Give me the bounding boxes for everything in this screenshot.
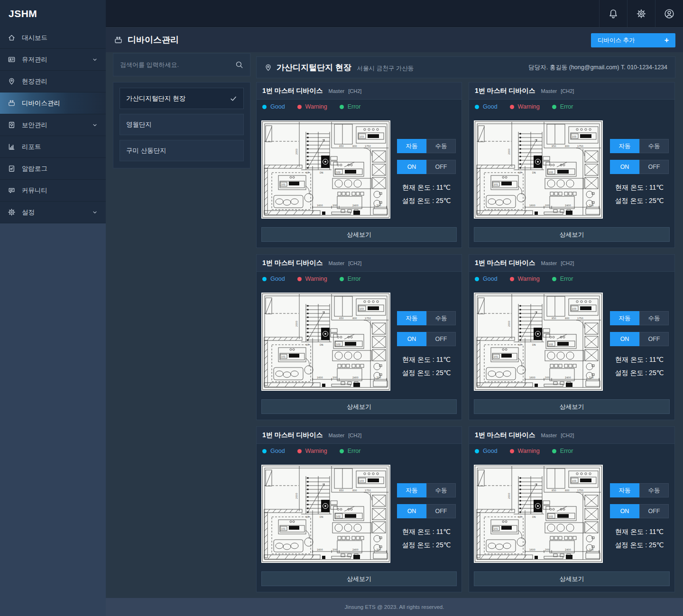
mode-toggle: 자동 수동 bbox=[397, 139, 456, 153]
mode-auto-button[interactable]: 자동 bbox=[397, 139, 426, 153]
power-off-button[interactable]: OFF bbox=[426, 160, 456, 174]
error-dot bbox=[340, 105, 344, 109]
device-channel: [CH2] bbox=[348, 432, 361, 438]
sidebar-item-6[interactable]: 알람로그 bbox=[0, 158, 106, 180]
notifications-button[interactable] bbox=[599, 0, 627, 27]
device-controls: 자동 수동 ON OFF 현재 온도 : 11℃ 설정 온도 : 25℃ bbox=[610, 483, 669, 552]
set-temperature: 설정 온도 : 25℃ bbox=[397, 194, 456, 207]
detail-button[interactable]: 상세보기 bbox=[261, 399, 457, 414]
floor-plan-drawing bbox=[261, 465, 390, 563]
mode-manual-button[interactable]: 수동 bbox=[639, 139, 669, 153]
mode-manual-button[interactable]: 수동 bbox=[639, 311, 669, 325]
legend-warning: Warning bbox=[510, 276, 540, 282]
power-toggle: ON OFF bbox=[397, 332, 456, 346]
power-on-button[interactable]: ON bbox=[397, 504, 426, 518]
mode-manual-button[interactable]: 수동 bbox=[426, 311, 456, 325]
sidebar: JSHM 대시보드 유저관리 현장관리 디바이스관리 보안관리 리포트 알람로그 bbox=[0, 0, 106, 616]
mode-manual-button[interactable]: 수동 bbox=[426, 483, 456, 497]
current-temperature: 현재 온도 : 11℃ bbox=[397, 181, 456, 194]
power-on-button[interactable]: ON bbox=[610, 332, 639, 346]
floor-plan-image bbox=[474, 120, 603, 219]
current-temperature: 현재 온도 : 11℃ bbox=[397, 525, 456, 538]
mode-auto-button[interactable]: 자동 bbox=[610, 311, 639, 325]
current-temperature: 현재 온도 : 11℃ bbox=[610, 353, 669, 366]
device-title: 1번 마스터 디바이스 bbox=[262, 431, 323, 440]
site-list: 가산디지털단지 현장 영월단지 구미 산동단지 bbox=[113, 82, 250, 168]
detail-button[interactable]: 상세보기 bbox=[474, 227, 670, 242]
current-temperature: 현재 온도 : 11℃ bbox=[610, 181, 669, 194]
sidebar-item-8[interactable]: 설정 bbox=[0, 202, 106, 223]
site-list-item-2[interactable]: 구미 산동단지 bbox=[120, 140, 244, 161]
sidebar-item-0[interactable]: 대시보드 bbox=[0, 27, 106, 49]
sidebar-item-label: 리포트 bbox=[22, 143, 41, 151]
device-title: 1번 마스터 디바이스 bbox=[475, 87, 535, 95]
legend-error: Error bbox=[552, 276, 573, 282]
profile-button[interactable] bbox=[655, 0, 683, 27]
sidebar-item-7[interactable]: 커뮤니티 bbox=[0, 180, 106, 202]
page-title: 디바이스관리 bbox=[114, 28, 179, 52]
power-off-button[interactable]: OFF bbox=[426, 332, 456, 346]
device-card-header: 1번 마스터 디바이스 Master [CH2] bbox=[469, 255, 674, 272]
power-off-button[interactable]: OFF bbox=[639, 504, 669, 518]
sidebar-item-4[interactable]: 보안관리 bbox=[0, 114, 106, 136]
floor-plan-drawing bbox=[474, 120, 603, 219]
error-dot bbox=[340, 277, 344, 281]
chevron-down-icon bbox=[92, 209, 98, 216]
mode-auto-button[interactable]: 자동 bbox=[610, 483, 639, 497]
sidebar-item-icon bbox=[8, 121, 16, 129]
status-legend: Good Warning Error bbox=[475, 103, 573, 110]
site-list-item-1[interactable]: 영월단지 bbox=[120, 114, 244, 135]
power-on-button[interactable]: ON bbox=[397, 160, 426, 174]
legend-good: Good bbox=[475, 103, 498, 110]
add-device-button[interactable]: 디바이스 추가 + bbox=[591, 33, 675, 47]
sidebar-item-3[interactable]: 디바이스관리 bbox=[0, 92, 106, 114]
sidebar-item-1[interactable]: 유저관리 bbox=[0, 49, 106, 71]
mode-auto-button[interactable]: 자동 bbox=[397, 483, 426, 497]
power-on-button[interactable]: ON bbox=[397, 332, 426, 346]
legend-good: Good bbox=[475, 448, 498, 454]
floor-plan-image bbox=[261, 120, 390, 219]
mode-auto-button[interactable]: 자동 bbox=[397, 311, 426, 325]
power-off-button[interactable]: OFF bbox=[639, 332, 669, 346]
floor-plan-drawing bbox=[261, 293, 390, 391]
sidebar-item-icon bbox=[8, 55, 16, 64]
sidebar-item-label: 커뮤니티 bbox=[22, 186, 47, 195]
mode-manual-button[interactable]: 수동 bbox=[426, 139, 456, 153]
power-off-button[interactable]: OFF bbox=[426, 504, 456, 518]
power-on-button[interactable]: ON bbox=[610, 160, 639, 174]
detail-button[interactable]: 상세보기 bbox=[474, 571, 670, 586]
device-controls: 자동 수동 ON OFF 현재 온도 : 11℃ 설정 온도 : 25℃ bbox=[610, 139, 669, 207]
power-on-button[interactable]: ON bbox=[610, 504, 639, 518]
brand-logo: JSHM bbox=[0, 0, 106, 27]
detail-button[interactable]: 상세보기 bbox=[261, 227, 457, 242]
floor-plan-drawing bbox=[261, 120, 390, 219]
legend-error: Error bbox=[552, 103, 573, 110]
site-list-item-0[interactable]: 가산디지털단지 현장 bbox=[120, 88, 244, 109]
detail-button[interactable]: 상세보기 bbox=[261, 571, 457, 586]
power-toggle: ON OFF bbox=[397, 504, 456, 518]
site-header: 가산디지털단지 현장 서울시 금천구 가산동 담당자. 홍길동 (hong@gm… bbox=[256, 56, 675, 78]
sidebar-item-icon bbox=[8, 34, 16, 42]
device-card-1: 1번 마스터 디바이스 Master [CH2] Good Warning Er… bbox=[469, 82, 675, 248]
status-legend: Good Warning Error bbox=[262, 448, 360, 454]
sidebar-item-label: 현장관리 bbox=[22, 77, 47, 86]
device-title: 1번 마스터 디바이스 bbox=[262, 259, 323, 267]
sidebar-item-2[interactable]: 현장관리 bbox=[0, 71, 106, 92]
sidebar-item-icon bbox=[8, 99, 16, 107]
mode-toggle: 자동 수동 bbox=[610, 483, 669, 497]
error-dot bbox=[552, 449, 556, 453]
search-icon[interactable] bbox=[235, 61, 243, 69]
search-input[interactable] bbox=[120, 61, 235, 68]
sidebar-item-5[interactable]: 리포트 bbox=[0, 136, 106, 158]
sidebar-item-icon bbox=[8, 165, 16, 173]
settings-button[interactable] bbox=[627, 0, 655, 27]
device-card-5: 1번 마스터 디바이스 Master [CH2] Good Warning Er… bbox=[469, 426, 675, 592]
mode-manual-button[interactable]: 수동 bbox=[639, 483, 669, 497]
detail-button[interactable]: 상세보기 bbox=[474, 399, 670, 414]
power-off-button[interactable]: OFF bbox=[639, 160, 669, 174]
mode-auto-button[interactable]: 자동 bbox=[610, 139, 639, 153]
top-bar bbox=[106, 0, 683, 27]
device-card-header: 1번 마스터 디바이스 Master [CH2] bbox=[469, 83, 674, 100]
chevron-down-icon bbox=[92, 56, 98, 63]
page-title-text: 디바이스관리 bbox=[128, 34, 179, 46]
